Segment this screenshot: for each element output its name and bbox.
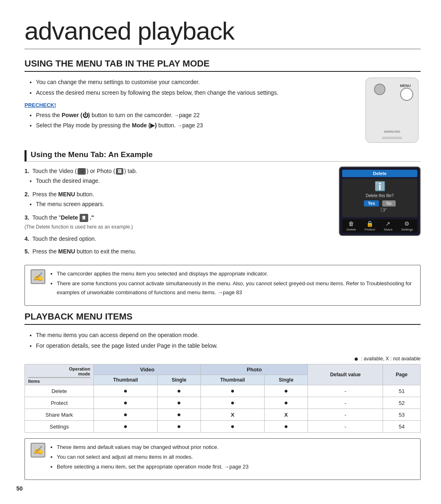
section-playback-menu-items: PLAYBACK MENU ITEMS The menu items you c… <box>24 311 421 433</box>
table-row: Share Mark ● ● X X - 53 <box>25 409 421 421</box>
note1-bullet-2: There are some functions you cannot acti… <box>57 279 414 297</box>
note2-bullets: These items and default values may be ch… <box>57 443 249 471</box>
screen-footer-settings: ⚙ Settings <box>401 220 413 231</box>
step-5: 5. Press the MENU button to exit the men… <box>24 247 329 256</box>
row-ps: ● <box>264 385 307 397</box>
row-default: - <box>308 409 383 421</box>
th-items-label: Items <box>28 379 90 384</box>
screen-footer: 🗑 Delete 🔒 Protect ↗ Share ⚙ Settings <box>342 219 417 233</box>
screen-footer-delete: 🗑 Delete <box>347 220 356 231</box>
steps-list: 1. Touch the Video (🎥) or Photo (🖼) tab.… <box>24 167 329 256</box>
precheck-label: PRECHECK! <box>24 102 355 108</box>
note-icon-1: ✍ <box>31 269 45 284</box>
step-1: 1. Touch the Video (🎥) or Photo (🖼) tab.… <box>24 167 329 186</box>
row-item: Settings <box>25 421 94 433</box>
note2-bullet-2: You can not select and adjust all menu i… <box>57 453 249 462</box>
device-lens <box>374 84 385 95</box>
precheck-bullet: Press the Power (⏻) button to turn on th… <box>36 111 355 120</box>
screen-buttons: Yes No <box>364 200 396 206</box>
row-page: 52 <box>383 397 421 409</box>
row-vs: ● <box>157 397 200 409</box>
section2-heading: Using the Menu Tab: An Example <box>24 150 421 162</box>
th-operation-label: Operation <box>28 366 90 371</box>
section1-heading: USING THE MENU TAB IN THE PLAY MODE <box>24 58 421 72</box>
row-default: - <box>308 397 383 409</box>
row-default: - <box>308 421 383 433</box>
footer-delete-icon: 🗑 <box>348 220 354 227</box>
step-1-sub: Touch the desired image. <box>36 176 329 185</box>
th-mode-label: mode <box>28 371 90 376</box>
step-3: 3. Touch the "Delete 🗑 ." (The Delete fu… <box>24 213 329 231</box>
table-note: ● : available, X : not available <box>24 355 421 362</box>
th-photo-thumbnail: Thumbnail <box>201 375 265 385</box>
footer-protect-icon: 🔒 <box>366 220 373 227</box>
step-2-detail: The menu screen appears. <box>36 200 329 209</box>
table-section: ● : available, X : not available Operati… <box>24 355 421 433</box>
section-menu-tab-example: Using the Menu Tab: An Example 1. Touch … <box>24 150 421 259</box>
note-icon-2: ✍ <box>31 443 45 457</box>
th-video-thumbnail: Thumbnail <box>94 375 157 385</box>
precheck-bullet: Select the Play mode by pressing the Mod… <box>36 121 355 131</box>
th-page: Page <box>383 364 421 385</box>
screen-illustration: Delete ℹ️ Delete this file? Yes No ☞ 🗑 D… <box>339 167 421 236</box>
bullet-item: You can change the menu settings to cust… <box>36 78 355 87</box>
screen-footer-protect: 🔒 Protect <box>365 220 375 231</box>
row-vt: ● <box>94 397 157 409</box>
photo-icon: 🖼 <box>116 168 123 175</box>
th-photo: Photo <box>201 364 308 375</box>
row-vs: ● <box>157 421 200 433</box>
row-vs: ● <box>157 385 200 397</box>
precheck-bullets: Press the Power (⏻) button to turn on th… <box>36 111 355 131</box>
screen-yes-button[interactable]: Yes <box>364 200 379 206</box>
footer-delete-label: Delete <box>347 228 356 231</box>
section3-heading: PLAYBACK MENU ITEMS <box>24 311 421 325</box>
th-default: Default value <box>308 364 383 385</box>
row-page: 53 <box>383 409 421 421</box>
row-item: Share Mark <box>25 409 94 421</box>
delete-icon: 🗑 <box>80 214 88 222</box>
footer-share-icon: ↗ <box>385 220 390 227</box>
screen-header: Delete <box>342 170 417 177</box>
th-items: Operation mode Items <box>25 364 94 385</box>
th-photo-single: Single <box>264 375 307 385</box>
footer-share-label: Share <box>384 228 392 231</box>
section3-bullet-2: For operation details, see the page list… <box>36 341 421 351</box>
row-vs: ● <box>157 409 200 421</box>
table-row: Settings ● ● ● ● - 54 <box>25 421 421 433</box>
section3-bullets: The menu items you can access depend on … <box>36 331 421 351</box>
step-1-detail: Touch the desired image. <box>36 176 329 185</box>
section2-content: 1. Touch the Video (🎥) or Photo (🖼) tab.… <box>24 167 421 259</box>
row-pt: ● <box>201 421 265 433</box>
row-ps: X <box>264 409 307 421</box>
note1-bullets: The camcorder applies the menu item you … <box>57 269 414 297</box>
step-4: 4. Touch the desired option. <box>24 234 329 243</box>
screen-body: ℹ️ Delete this file? Yes No ☞ <box>342 179 417 217</box>
device-illustration: MENU SAMSUNG <box>363 78 421 143</box>
step-2: 2. Press the MENU button. The menu scree… <box>24 190 329 209</box>
note1-bullet-1: The camcorder applies the menu item you … <box>57 269 414 278</box>
row-page: 54 <box>383 421 421 433</box>
note2-bullet-1: These items and default values may be ch… <box>57 443 249 452</box>
numbered-steps: 1. Touch the Video (🎥) or Photo (🖼) tab.… <box>24 167 329 259</box>
note-text-1: The camcorder applies the menu item you … <box>50 269 414 301</box>
screen-question: Delete this file? <box>366 193 394 198</box>
row-item: Protect <box>25 397 94 409</box>
note2-bullet-3: Before selecting a menu item, set the ap… <box>57 462 249 471</box>
row-vt: ● <box>94 409 157 421</box>
device-brand: SAMSUNG <box>384 130 400 133</box>
dot-symbol: ● <box>354 355 359 362</box>
video-icon: 🎥 <box>78 168 86 175</box>
note-text-2: These items and default values may be ch… <box>50 443 249 475</box>
row-item: Delete <box>25 385 94 397</box>
row-pt: X <box>201 409 265 421</box>
row-ps: ● <box>264 397 307 409</box>
footer-settings-label: Settings <box>401 228 413 231</box>
device-image: MENU SAMSUNG <box>365 78 419 143</box>
note-box-1: ✍ The camcorder applies the menu item yo… <box>24 265 421 306</box>
row-ps: ● <box>264 421 307 433</box>
step-2-sub: The menu screen appears. <box>36 200 329 209</box>
row-page: 51 <box>383 385 421 397</box>
screen-footer-share: ↗ Share <box>384 220 392 231</box>
footer-settings-icon: ⚙ <box>404 220 410 227</box>
device-menu-circle <box>400 88 413 101</box>
